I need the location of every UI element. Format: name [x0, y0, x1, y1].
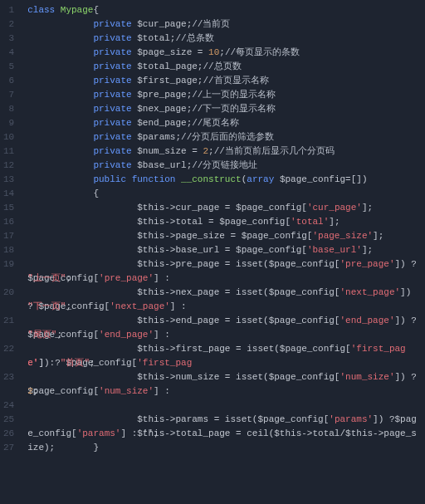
token-var: $this->cur_page = $page_config[: [137, 203, 307, 213]
token-cmtw: //上一页的显示名称: [192, 90, 276, 100]
token-var: $pre_page: [137, 90, 186, 100]
code-line: {: [27, 187, 420, 201]
token-kw: private: [93, 132, 137, 142]
line-number: 2: [3, 17, 14, 32]
token-cmtw: //首页显示名称: [203, 76, 268, 86]
token-str: 'pre_page': [340, 259, 394, 269]
token-num: 2: [27, 386, 33, 396]
token-str: 'first_pag: [137, 358, 192, 368]
token-var: ];: [362, 245, 373, 255]
line-number: 1: [3, 3, 14, 17]
token-var: $this->first_page = isset($page_config[: [137, 344, 350, 354]
code-line: private $cur_page;//当前页: [27, 17, 420, 32]
token-var: $this->nex_page = isset($page_config[: [137, 287, 340, 297]
token-var: ] :: [154, 330, 175, 340]
token-var: $total: [137, 33, 170, 43]
line-number: 16: [3, 215, 14, 229]
line-number: [3, 300, 14, 314]
token-op: }: [93, 443, 99, 453]
token-kw: private: [93, 160, 137, 170]
line-number: 15: [3, 201, 14, 215]
token-op: {: [93, 5, 99, 15]
token-var: $base_url: [137, 160, 186, 170]
token-var: ] :: [154, 386, 175, 396]
code-line: private $base_url;//分页链接地址: [27, 159, 420, 173]
token-kw: private: [93, 104, 137, 114]
token-str: "尾页": [27, 330, 56, 340]
token-var: $end_page: [137, 118, 186, 128]
token-cmtw: //下一页的显示名称: [192, 104, 276, 114]
line-number: 17: [3, 229, 14, 243]
token-str: 'page_size': [312, 231, 373, 241]
code-line: private $end_page;//尾页名称: [27, 116, 420, 130]
code-line: $this->pre_page = isset($page_config['pr…: [27, 257, 420, 272]
token-var: $first_page: [137, 76, 198, 86]
token-kw: private: [93, 90, 137, 100]
token-var: ];: [329, 217, 340, 227]
code-line: [27, 399, 420, 413]
token-kw: private: [93, 118, 137, 128]
token-var: $page_size =: [137, 47, 208, 57]
code-line: $this->nex_page = isset($page_config['ne…: [27, 286, 420, 300]
token-cmtw: //分页链接地址: [192, 160, 257, 170]
token-kw: private: [93, 76, 137, 86]
code-line: $this->page_size = $page_config['page_si…: [27, 229, 420, 243]
token-var: ;: [90, 358, 95, 368]
code-area[interactable]: class Mypage{ private $cur_page;//当前页 pr…: [19, 0, 425, 504]
line-number: [3, 384, 14, 399]
code-line: private $total;//总条数: [27, 32, 420, 46]
line-number: 27: [3, 441, 14, 455]
code-line: private $first_page;//首页显示名称: [27, 74, 420, 88]
line-number: [3, 328, 14, 342]
token-kw: public function: [93, 174, 181, 184]
line-number: 22: [3, 342, 14, 356]
token-var: ] :: [38, 358, 60, 368]
code-line: $this->num_size = isset($page_config['nu…: [27, 370, 420, 384]
token-var: $this->num_size = isset($page_config[: [137, 372, 340, 382]
line-number: 3: [3, 32, 14, 46]
token-str: e': [27, 358, 38, 368]
token-kw: private: [93, 47, 137, 57]
line-number: 18: [3, 243, 14, 257]
token-name: Mypage: [61, 5, 94, 15]
code-line: $this->params = isset($page_config['para…: [27, 413, 420, 427]
line-number: 20: [3, 286, 14, 300]
code-line: $this->total = $page_config['total'];: [27, 215, 420, 229]
token-kw: private: [93, 146, 137, 156]
line-number: [3, 455, 14, 469]
token-cmtw: //当前页前后显示几个分页码: [214, 146, 335, 156]
token-str: 'params': [329, 414, 373, 424]
code-line: class Mypage{: [27, 3, 420, 17]
token-name: __construct: [181, 174, 242, 184]
code-line: $this->cur_page = $page_config['cur_page…: [27, 201, 420, 215]
token-cmtw: //总条数: [175, 33, 213, 43]
line-number: 24: [3, 399, 14, 413]
code-line: $this->end_page = isset($page_config['en…: [27, 314, 420, 328]
line-number: 13: [3, 173, 14, 187]
line-number: 8: [3, 102, 14, 116]
line-number: 25: [3, 413, 14, 427]
code-editor: 1234567891011121314151617181920212223242…: [0, 0, 425, 504]
token-var: ];: [373, 231, 383, 241]
token-kw: class: [27, 5, 61, 15]
line-number: 7: [3, 88, 14, 102]
token-str: 'end_page': [99, 330, 154, 340]
token-var: $cur_page: [137, 19, 186, 29]
token-num: 10: [208, 47, 219, 57]
line-number: 10: [3, 130, 14, 144]
token-var: $num_size =: [137, 146, 203, 156]
code-line: $this->base_url = $page_config['base_url…: [27, 243, 420, 257]
token-op: ;: [219, 47, 225, 57]
token-cmtw: //分页后面的筛选参数: [181, 132, 274, 142]
token-str: 'total': [291, 217, 329, 227]
token-op: {: [93, 188, 99, 198]
token-var: $this->params = isset($page_config[: [137, 414, 329, 424]
token-str: "上一页": [27, 273, 66, 283]
token-str: 'next_page': [340, 287, 400, 297]
token-str: 'pre_page': [99, 273, 154, 283]
token-cmtw: //尾页名称: [192, 118, 239, 128]
line-number: [3, 356, 14, 370]
line-number: 4: [3, 46, 14, 60]
token-var: $nex_page: [137, 104, 186, 114]
line-number: 23: [3, 370, 14, 384]
